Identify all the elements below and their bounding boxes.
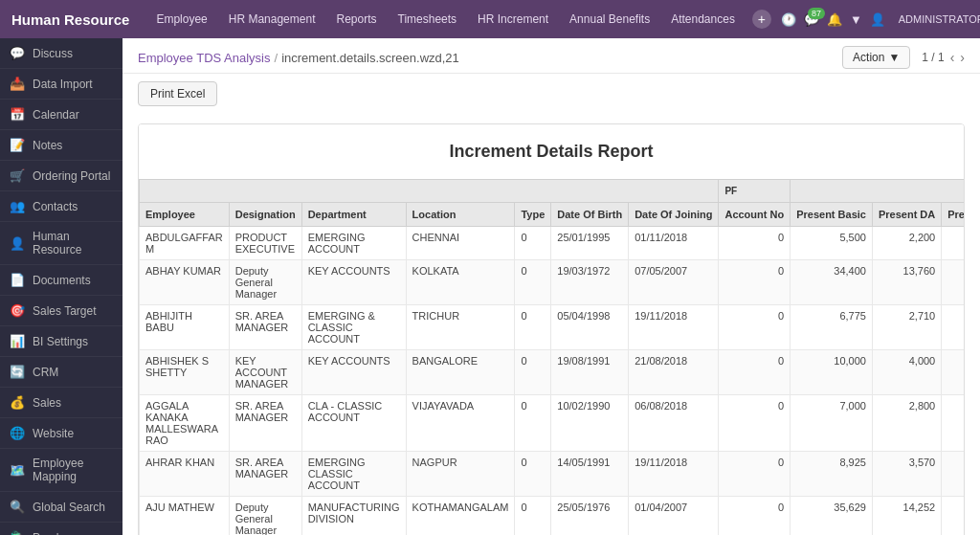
sidebar-item-calendar[interactable]: 📅Calendar: [0, 100, 122, 130]
table-row: ABHIJITH BABUSR. AREA MANAGEREMERGING & …: [140, 305, 966, 350]
sidebar-item-crm[interactable]: 🔄CRM: [0, 357, 122, 388]
sidebar-item-purchase[interactable]: 🛍️Purchase: [0, 523, 122, 535]
cell-location: CHENNAI: [406, 227, 515, 260]
cell-presentDA: 13,760: [872, 260, 941, 305]
report-area: Increment Details Report PF Employee Des…: [122, 114, 980, 535]
sidebar-label-global-search: Global Search: [33, 501, 105, 514]
sidebar-label-bi-settings: BI Settings: [33, 335, 88, 348]
sidebar-item-bi-settings[interactable]: 📊BI Settings: [0, 326, 122, 357]
col-doj: Date Of Joining: [629, 203, 719, 227]
cell-designation: Deputy General Manager: [229, 497, 301, 536]
sidebar-label-crm: CRM: [33, 366, 58, 379]
action-chevron-icon: ▼: [888, 51, 900, 64]
cell-designation: SR. AREA MANAGER: [229, 452, 301, 497]
cell-doj: 07/05/2007: [629, 260, 719, 305]
sidebar-item-ordering-portal[interactable]: 🛒Ordering Portal: [0, 161, 122, 191]
cell-department: EMERGING & CLASSIC ACCOUNT: [301, 305, 406, 350]
sales-icon: 💰: [10, 395, 25, 410]
cell-type: 0: [515, 452, 551, 497]
nav-item-reports[interactable]: Reports: [326, 7, 386, 32]
sidebar-item-sales[interactable]: 💰Sales: [0, 388, 122, 418]
sidebar-label-website: Website: [33, 427, 74, 440]
sidebar-item-notes[interactable]: 📝Notes: [0, 130, 122, 161]
pagination-prev[interactable]: ‹: [950, 50, 955, 65]
cell-designation: SR. AREA MANAGER: [229, 305, 301, 350]
sidebar-label-documents: Documents: [33, 274, 91, 287]
website-icon: 🌐: [10, 426, 25, 440]
cell-location: KOTHAMANGALAM: [406, 497, 515, 536]
cell-type: 0: [515, 395, 551, 452]
sales-target-icon: 🎯: [10, 303, 25, 318]
sidebar-item-documents[interactable]: 📄Documents: [0, 265, 122, 296]
sidebar-label-sales: Sales: [33, 396, 61, 410]
cell-dob: 25/01/1995: [551, 227, 629, 260]
chat-icon[interactable]: 💬 87: [804, 12, 819, 27]
chat-badge: 87: [808, 8, 825, 19]
cell-presentHRA: 2,850: [942, 227, 965, 260]
col-hra: Present HRA: [942, 203, 965, 227]
cell-doj: 01/11/2018: [629, 227, 719, 260]
breadcrumb-current: increment.details.screen.wzd,21: [281, 51, 459, 65]
add-nav-button[interactable]: +: [752, 10, 771, 29]
sidebar-item-data-import[interactable]: 📥Data Import: [0, 69, 122, 100]
nav-item-annual-benefits[interactable]: Annual Benefits: [560, 7, 659, 32]
sidebar-item-contacts[interactable]: 👥Contacts: [0, 191, 122, 222]
nav-item-attendances[interactable]: Attendances: [661, 7, 745, 32]
action-label: Action: [853, 51, 884, 64]
pf-group-header: PF: [719, 180, 791, 203]
nav-item-timesheets[interactable]: Timesheets: [389, 7, 467, 32]
discuss-icon: 💬: [10, 46, 25, 60]
cell-presentDA: 2,200: [872, 227, 941, 260]
cell-presentBasic: 10,000: [791, 350, 873, 395]
cell-presentHRA: 5,500: [942, 350, 965, 395]
sidebar-item-sales-target[interactable]: 🎯Sales Target: [0, 296, 122, 326]
cell-employee: AJU MATHEW: [140, 497, 230, 536]
table-row: ABHAY KUMARDeputy General ManagerKEY ACC…: [140, 260, 966, 305]
human-resource-icon: 👤: [10, 236, 25, 251]
cell-type: 0: [515, 350, 551, 395]
cell-presentHRA: 17,820: [942, 260, 965, 305]
sidebar-item-discuss[interactable]: 💬Discuss: [0, 38, 122, 69]
cell-type: 0: [515, 305, 551, 350]
cell-pfNo: 0: [719, 452, 791, 497]
sidebar-item-global-search[interactable]: 🔍Global Search: [0, 492, 122, 523]
cell-presentDA: 4,000: [872, 350, 941, 395]
cell-type: 0: [515, 260, 551, 305]
col-department: Department: [301, 203, 406, 227]
cell-employee: AGGALA KANAKA MALLESWARA RAO: [140, 395, 230, 452]
pagination: 1 / 1 ‹ ›: [922, 50, 965, 65]
action-button[interactable]: Action ▼: [842, 46, 910, 69]
sidebar-item-employee-mapping[interactable]: 🗺️Employee Mapping: [0, 449, 122, 492]
nav-item-hr-increment[interactable]: HR Increment: [468, 7, 558, 32]
cell-pfNo: 0: [719, 497, 791, 536]
breadcrumb-link[interactable]: Employee TDS Analysis: [138, 51, 271, 65]
purchase-icon: 🛍️: [10, 530, 25, 535]
nav-item-hr-management[interactable]: HR Management: [219, 7, 325, 32]
col-location: Location: [406, 203, 515, 227]
user-icon[interactable]: 👤: [870, 12, 885, 27]
report-title: Increment Details Report: [139, 124, 964, 179]
sidebar-item-website[interactable]: 🌐Website: [0, 418, 122, 449]
cell-presentDA: 2,710: [872, 305, 941, 350]
print-excel-button[interactable]: Print Excel: [138, 81, 217, 106]
cell-pfNo: 0: [719, 260, 791, 305]
bell-icon[interactable]: 🔔: [827, 12, 842, 27]
cell-department: KEY ACCOUNTS: [301, 350, 406, 395]
pagination-next[interactable]: ›: [960, 50, 965, 65]
cell-presentBasic: 35,629: [791, 497, 873, 536]
sidebar-label-contacts: Contacts: [33, 200, 78, 213]
cell-pfNo: 0: [719, 350, 791, 395]
cell-presentBasic: 7,000: [791, 395, 873, 452]
sidebar-label-calendar: Calendar: [33, 108, 79, 122]
cell-presentHRA: 17,188: [942, 497, 965, 536]
sidebar-item-human-resource[interactable]: 👤Human Resource: [0, 222, 122, 265]
cell-presentBasic: 8,925: [791, 452, 873, 497]
documents-icon: 📄: [10, 273, 25, 287]
clock-icon[interactable]: 🕐: [781, 12, 796, 27]
nav-item-employee[interactable]: Employee: [146, 7, 216, 32]
table-row: AHRAR KHANSR. AREA MANAGEREMERGING CLASS…: [140, 452, 966, 497]
cell-designation: PRODUCT EXECUTIVE: [229, 227, 301, 260]
cell-presentHRA: 3,778: [942, 452, 965, 497]
cell-dob: 25/05/1976: [551, 497, 629, 536]
cell-doj: 19/11/2018: [629, 452, 719, 497]
